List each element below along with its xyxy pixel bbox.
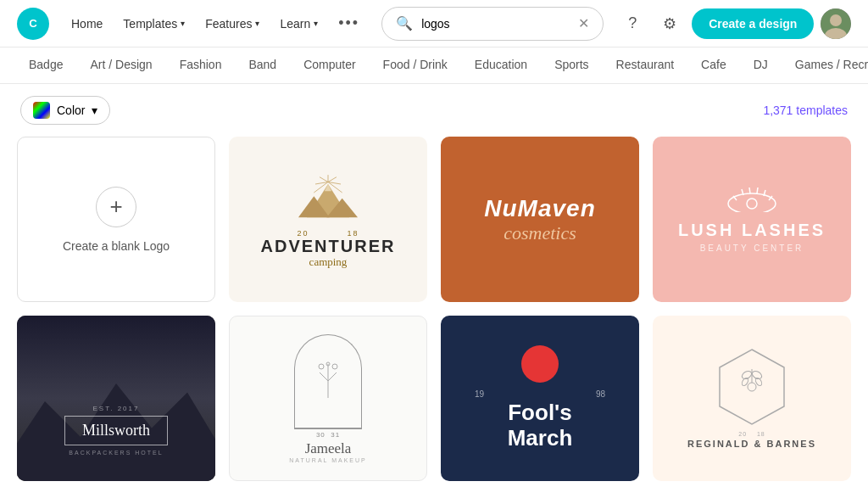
numaven-title: NuMaven [484, 195, 595, 222]
svg-line-19 [749, 188, 750, 193]
template-millsworth[interactable]: EST. 2017 Millsworth BACKPACKERS HOTEL [17, 316, 215, 481]
nav-templates[interactable]: Templates ▾ [114, 12, 193, 36]
lush-lashes-title: LUSH LASHES [678, 221, 826, 240]
svg-line-8 [320, 177, 328, 182]
settings-button[interactable]: ⚙ [654, 8, 685, 39]
svg-point-35 [741, 370, 753, 381]
template-numaven[interactable]: NuMaven cosmetics [441, 137, 639, 302]
category-sports[interactable]: Sports [542, 48, 600, 83]
svg-point-29 [319, 364, 324, 369]
numaven-sub: cosmetics [484, 222, 595, 244]
avatar[interactable] [821, 8, 851, 39]
category-band[interactable]: Band [236, 48, 288, 83]
category-food-drink[interactable]: Food / Drink [371, 48, 459, 83]
svg-line-28 [328, 372, 337, 381]
category-cafe[interactable]: Cafe [689, 48, 738, 83]
color-chevron-icon: ▾ [92, 104, 97, 117]
category-bar: Badge Art / Design Fashion Band Computer… [0, 48, 868, 84]
template-fools-march[interactable]: 1998 Fool'sMarch [441, 316, 639, 481]
clear-search-icon[interactable]: ✕ [578, 15, 589, 31]
svg-point-30 [332, 364, 337, 369]
svg-point-33 [748, 383, 756, 391]
create-design-button[interactable]: Create a design [692, 8, 814, 39]
category-education[interactable]: Education [463, 48, 539, 83]
header-actions: ? ⚙ Create a design [617, 8, 851, 39]
category-art-design[interactable]: Art / Design [78, 48, 164, 83]
svg-marker-15 [325, 184, 331, 191]
svg-line-20 [757, 188, 758, 193]
color-filter-button[interactable]: Color ▾ [20, 96, 110, 125]
help-icon: ? [628, 14, 637, 32]
lush-lashes-sub: Beauty Center [678, 244, 826, 253]
blank-logo-label: Create a blank Logo [63, 239, 170, 253]
template-jameela[interactable]: 30 31 Jameela NATURAL MAKEUP [229, 316, 427, 481]
template-count: 1,371 templates [763, 104, 848, 117]
color-swatch-icon [33, 102, 50, 119]
nav-features[interactable]: Features ▾ [197, 12, 268, 36]
svg-point-3 [830, 14, 842, 26]
gear-icon: ⚙ [663, 14, 676, 33]
search-bar: 🔍 ✕ [381, 7, 604, 41]
svg-line-6 [328, 177, 337, 182]
features-chevron-icon: ▾ [255, 19, 259, 28]
template-lush-lashes[interactable]: LUSH LASHES Beauty Center [653, 137, 851, 302]
main-nav: Home Templates ▾ Features ▾ Learn ▾ ••• [63, 9, 368, 37]
category-badge[interactable]: Badge [17, 48, 75, 83]
search-input[interactable] [421, 17, 570, 31]
category-dj[interactable]: DJ [742, 48, 780, 83]
learn-chevron-icon: ▾ [314, 19, 318, 28]
template-grid: + Create a blank Logo [0, 137, 868, 487]
help-button[interactable]: ? [617, 8, 648, 39]
nav-learn[interactable]: Learn ▾ [271, 12, 326, 36]
color-label: Color [57, 104, 85, 117]
templates-chevron-icon: ▾ [181, 19, 185, 28]
canva-logo[interactable]: C [17, 8, 49, 40]
svg-text:C: C [29, 16, 37, 29]
add-icon: + [96, 187, 136, 227]
create-blank-card[interactable]: + Create a blank Logo [17, 137, 215, 302]
eye-icon [678, 187, 826, 216]
nav-home[interactable]: Home [63, 12, 111, 36]
category-restaurant[interactable]: Restaurant [604, 48, 686, 83]
template-reginald[interactable]: 20 18 REGINALD & BARNES [653, 316, 851, 481]
header: C Home Templates ▾ Features ▾ Learn ▾ ••… [0, 0, 868, 48]
category-computer[interactable]: Computer [292, 48, 367, 83]
category-fashion[interactable]: Fashion [168, 48, 234, 83]
svg-point-17 [747, 199, 757, 209]
svg-point-36 [751, 370, 763, 381]
template-adventurer[interactable]: 20 18 ADVENTURER camping [229, 137, 427, 302]
search-icon: 🔍 [396, 15, 413, 31]
svg-line-27 [320, 372, 328, 381]
toolbar: Color ▾ 1,371 templates [0, 84, 868, 137]
nav-more-button[interactable]: ••• [330, 9, 368, 37]
category-games-recreation[interactable]: Games / Recreation [783, 48, 868, 83]
svg-marker-32 [720, 350, 784, 424]
